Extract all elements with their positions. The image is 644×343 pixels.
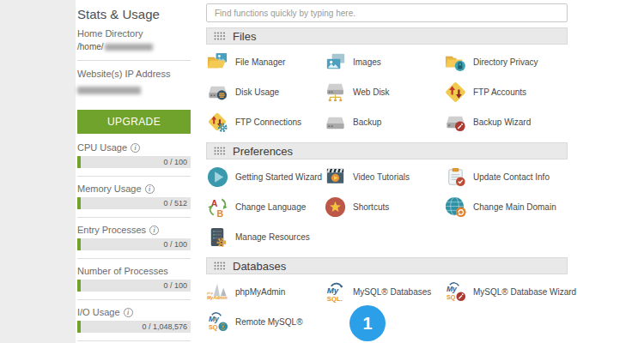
meter-fill [77, 197, 81, 209]
app-label: MySQL® Databases [353, 287, 431, 297]
meter-label: Memory Usage [77, 184, 142, 194]
svg-text:MyAdmin: MyAdmin [207, 295, 228, 300]
svg-text:B: B [217, 208, 224, 219]
meter-value: 0 / 1,048,576 [142, 321, 187, 333]
section-title: Files [233, 30, 256, 43]
app-label: Disk Usage [235, 87, 279, 97]
app-label: Images [353, 57, 381, 67]
stats-sidebar: Stats & Usage Home Directory /home/ Webs… [77, 0, 191, 343]
manage-resources-icon [206, 226, 229, 249]
home-directory-value: /home/ [77, 42, 191, 51]
info-icon[interactable] [131, 143, 140, 153]
preferences-items: Getting Started Wizard Video Tutorials [206, 159, 568, 252]
app-shortcuts[interactable]: Shortcuts [324, 192, 444, 222]
home-directory-block: Home Directory /home/ [77, 28, 191, 51]
section-header-databases[interactable]: Databases [206, 257, 568, 274]
mysql-databases-icon: My SQL. [324, 280, 347, 304]
ftp-connections-icon [206, 111, 229, 134]
app-video-tutorials[interactable]: Video Tutorials [324, 162, 444, 192]
app-getting-started-wizard[interactable]: Getting Started Wizard [206, 162, 324, 192]
app-ftp-connections[interactable]: FTP Connections [206, 107, 324, 137]
update-contact-info-icon [444, 165, 467, 189]
meter-value: 0 / 512 [163, 197, 187, 209]
disk-usage-icon [206, 81, 229, 104]
backup-wizard-icon [444, 111, 467, 134]
app-disk-usage[interactable]: Disk Usage [206, 77, 324, 107]
app-label: File Manager [235, 57, 285, 67]
change-main-domain-icon [444, 196, 467, 219]
ftp-accounts-icon [444, 81, 467, 104]
upgrade-button[interactable]: UPGRADE [77, 110, 191, 134]
info-icon[interactable] [124, 308, 133, 317]
app-directory-privacy[interactable]: Directory Privacy [444, 47, 568, 77]
divider [77, 60, 191, 61]
app-label: Backup Wizard [473, 117, 531, 127]
svg-text:SQL.: SQL. [327, 295, 343, 303]
app-label: Shortcuts [353, 202, 389, 212]
change-language-icon: A B [206, 196, 229, 219]
app-label: Backup [353, 117, 381, 127]
web-disk-icon [324, 81, 347, 104]
meter-entry-processes: Entry Processes 0 / 100 [77, 225, 191, 259]
app-label: Getting Started Wizard [235, 172, 322, 182]
meter-cpu-usage: CPU Usage 0 / 100 [77, 142, 191, 177]
sidebar-title: Stats & Usage [77, 7, 191, 21]
video-tutorials-icon [324, 165, 347, 189]
mysql-database-wizard-icon: My SQ [444, 280, 467, 304]
meter-io-usage: I/O Usage 0 / 1,048,576 [77, 307, 191, 341]
app-label: FTP Connections [235, 117, 301, 127]
meter-fill [77, 280, 81, 292]
meter-number-of-processes: Number of Processes 0 / 100 [77, 266, 191, 300]
section-header-preferences[interactable]: Preferences [206, 142, 568, 159]
meter-bar: 0 / 512 [77, 197, 191, 209]
remote-mysql-icon: My SQ [206, 310, 229, 334]
app-remote-mysql[interactable]: My SQ Remote MySQL® [206, 307, 324, 337]
app-file-manager[interactable]: File Manager [206, 47, 324, 77]
getting-started-wizard-icon [206, 165, 229, 189]
app-mysql-database-wizard[interactable]: My SQ MySQL® Database Wizard [444, 277, 576, 307]
search-input[interactable] [206, 3, 568, 22]
svg-text:SQ: SQ [209, 323, 218, 331]
ip-address-block: Website(s) IP Address [77, 69, 191, 98]
drag-grid-icon [214, 147, 226, 155]
app-web-disk[interactable]: Web Disk [324, 77, 444, 107]
files-items: File Manager Images Directory Privacy [206, 45, 568, 137]
meter-bar: 0 / 100 [77, 156, 191, 168]
file-manager-icon [206, 51, 229, 74]
app-phpmyadmin[interactable]: php MyAdmin phpMyAdmin [206, 277, 324, 307]
redacted-home-path [105, 44, 153, 51]
app-label: Video Tutorials [353, 172, 410, 182]
annotation-step-badge: 1 [349, 305, 386, 341]
app-images[interactable]: Images [324, 47, 444, 77]
app-label: Remote MySQL® [235, 317, 303, 327]
app-backup-wizard[interactable]: Backup Wizard [444, 107, 568, 137]
app-ftp-accounts[interactable]: FTP Accounts [444, 77, 568, 107]
home-directory-label: Home Directory [77, 28, 191, 39]
redacted-ip-address [77, 87, 141, 94]
backup-icon [324, 111, 347, 134]
shortcuts-icon [324, 196, 347, 219]
section-title: Databases [233, 260, 286, 273]
meter-label: Number of Processes [77, 266, 168, 276]
svg-text:My: My [209, 315, 220, 323]
app-mysql-databases[interactable]: My SQL. MySQL® Databases [324, 277, 444, 307]
app-label: Manage Resources [235, 232, 310, 242]
info-icon[interactable] [145, 184, 155, 194]
app-change-language[interactable]: A B Change Language [206, 192, 324, 222]
app-label: MySQL® Database Wizard [473, 287, 576, 297]
section-title: Preferences [233, 145, 293, 158]
app-backup[interactable]: Backup [324, 107, 444, 137]
section-header-files[interactable]: Files [206, 27, 568, 45]
app-change-main-domain[interactable]: Change Main Domain [444, 192, 568, 222]
meter-value: 0 / 100 [163, 156, 187, 168]
meter-label: I/O Usage [77, 307, 120, 317]
meter-label: CPU Usage [77, 142, 127, 153]
meter-memory-usage: Memory Usage 0 / 512 [77, 184, 191, 218]
meter-value: 0 / 100 [163, 280, 187, 292]
app-label: Directory Privacy [473, 57, 538, 67]
app-label: Web Disk [353, 87, 390, 97]
drag-grid-icon [214, 262, 226, 270]
app-update-contact-info[interactable]: Update Contact Info [444, 162, 568, 192]
info-icon[interactable] [149, 226, 159, 235]
app-manage-resources[interactable]: Manage Resources [206, 222, 324, 252]
